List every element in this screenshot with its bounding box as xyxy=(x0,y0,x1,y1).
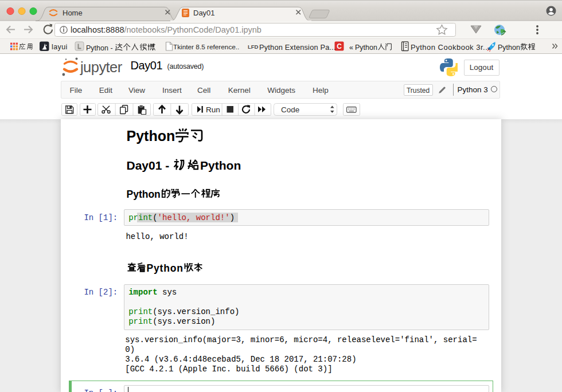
svg-text:Code: Code xyxy=(281,105,299,114)
svg-text:Run: Run xyxy=(206,105,220,114)
svg-text:C: C xyxy=(337,42,342,50)
svg-text:LFD: LFD xyxy=(248,44,259,50)
